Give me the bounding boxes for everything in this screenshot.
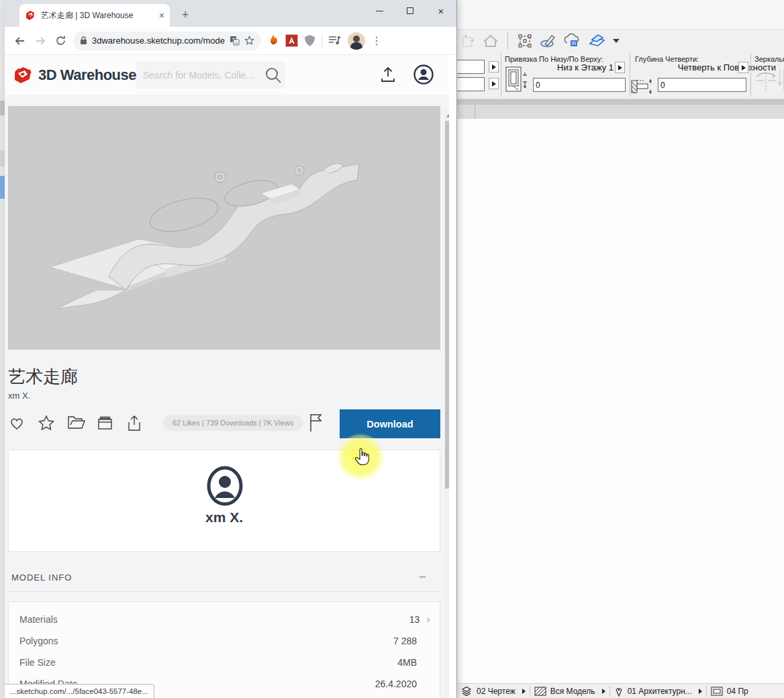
cloud-library-icon[interactable]	[562, 32, 581, 50]
cad-toolbar	[456, 30, 784, 52]
model-action-row: 62 Likes | 739 Downloads | 7K Views Down…	[8, 409, 440, 439]
model-preview-image[interactable]	[8, 106, 440, 350]
reload-icon[interactable]	[50, 31, 70, 51]
upload-icon[interactable]	[379, 66, 397, 83]
info-row-materials[interactable]: Materials 13 ›	[19, 609, 430, 630]
chevron-right-icon[interactable]: ›	[426, 613, 430, 626]
marquee-transform-icon[interactable]	[516, 32, 534, 50]
info-row-polygons: Polygons 7 288	[19, 630, 430, 652]
cad-field-bottom[interactable]	[454, 77, 485, 91]
toolbar-separator	[507, 32, 508, 50]
layers-quick-option[interactable]: 02 Чертеж	[456, 684, 530, 698]
cad-drawing-canvas[interactable]	[456, 119, 784, 683]
favicon-3dwarehouse	[25, 10, 36, 21]
collection-box-icon[interactable]	[97, 415, 113, 431]
warehouse-page: 3D Warehouse	[5, 55, 449, 698]
scroll-up-icon[interactable]	[446, 114, 449, 117]
svg-text:A: A	[235, 41, 238, 45]
favorite-star-icon[interactable]	[38, 415, 55, 432]
author-name[interactable]: xm X.	[9, 509, 440, 526]
panel-separator	[630, 54, 630, 97]
flyout-button[interactable]	[489, 78, 499, 89]
search-box[interactable]	[136, 62, 285, 89]
model-title: 艺术走廊	[8, 365, 78, 389]
flyout-button[interactable]	[489, 61, 499, 72]
account-icon[interactable]	[413, 64, 434, 85]
url-text[interactable]: 3dwarehouse.sketchup.com/model/0...	[92, 36, 225, 46]
minimize-button[interactable]	[364, 0, 395, 21]
tab-strip: 艺术走廊 | 3D Warehouse × + ×	[5, 0, 456, 27]
search-input[interactable]	[143, 70, 264, 81]
cad-tab-band	[456, 105, 784, 119]
tab-title: 艺术走廊 | 3D Warehouse	[41, 10, 154, 21]
cad-title-strip	[456, 0, 784, 30]
translate-icon[interactable]: 文A	[230, 36, 240, 46]
search-icon[interactable]	[264, 66, 282, 84]
author-avatar-icon[interactable]	[206, 466, 244, 506]
add-to-folder-icon[interactable]	[67, 415, 85, 430]
close-button[interactable]: ×	[426, 0, 456, 21]
mirror-axis-icon[interactable]	[777, 68, 784, 91]
warehouse-logo[interactable]: 3D Warehouse	[13, 66, 136, 85]
scroll-thumb[interactable]	[445, 121, 449, 489]
model-view-name: Вся Модель	[550, 687, 595, 696]
reveal-dropdown-button[interactable]	[738, 62, 748, 73]
fill-icon	[534, 687, 546, 696]
browser-window: 艺术走廊 | 3D Warehouse × + × 3dwarehou	[5, 0, 456, 698]
forward-icon[interactable]	[30, 31, 50, 51]
anchor-dropdown-button[interactable]	[615, 62, 625, 73]
dropdown-arrow-icon[interactable]	[612, 38, 620, 44]
divider	[8, 591, 440, 592]
profile-avatar[interactable]	[348, 32, 365, 50]
playlist-icon[interactable]	[328, 35, 342, 46]
anchor-value-input[interactable]	[533, 78, 626, 92]
layers-icon	[460, 686, 473, 697]
pen-set-quick-option[interactable]: 01 Архитектурн...	[610, 684, 706, 698]
pdf-extension-icon[interactable]	[285, 34, 298, 47]
brand-name[interactable]: 3D Warehouse	[38, 66, 136, 84]
mirror-icon[interactable]	[754, 67, 779, 93]
browser-tab[interactable]: 艺术走廊 | 3D Warehouse ×	[19, 4, 170, 27]
home-icon[interactable]	[482, 33, 499, 49]
reveal-value-input[interactable]	[658, 78, 746, 92]
sill-anchor-icon	[505, 66, 529, 95]
model-stats: 62 Likes | 739 Downloads | 7K Views	[163, 415, 303, 431]
cad-field-top[interactable]	[454, 60, 485, 74]
browser-navbar: 3dwarehouse.sketchup.com/model/0... 文A	[5, 27, 456, 55]
pen-icon	[614, 686, 624, 697]
bookmark-star-icon[interactable]	[244, 36, 254, 46]
address-bar[interactable]: 3dwarehouse.sketchup.com/model/0... 文A	[73, 32, 261, 50]
maximize-button[interactable]	[395, 0, 426, 21]
window-icon	[711, 687, 723, 696]
anchor-dropdown-value[interactable]: Низ к Этажу 1	[557, 62, 612, 72]
stretch-icon[interactable]	[460, 33, 477, 49]
panel-separator	[501, 54, 501, 97]
cad-divider-band	[456, 99, 784, 105]
cad-infobox-panel: Привязка По Низу/По Верху: Низ к Этажу 1…	[456, 52, 784, 99]
link-status-tooltip: ...sketchup.com/.../5face043-5577-48e...	[5, 684, 154, 698]
back-icon[interactable]	[10, 31, 30, 51]
tab-close-button[interactable]: ×	[159, 10, 164, 21]
window-quick-option[interactable]: 04 Пр	[707, 684, 752, 698]
model-info-heading: MODEL INFO	[11, 572, 72, 583]
pen-set-name: 01 Архитектурн...	[628, 687, 692, 696]
collapse-icon[interactable]: –	[420, 570, 426, 583]
3d-box-icon[interactable]	[587, 32, 607, 50]
author-card[interactable]: xm X.	[8, 450, 440, 552]
freehand-pencil-icon[interactable]	[539, 32, 557, 50]
layer-name: 02 Чертеж	[477, 687, 516, 696]
page-scrollbar[interactable]	[444, 110, 449, 698]
shield-extension-icon[interactable]	[304, 34, 315, 47]
browser-menu-icon[interactable]: ⋮	[371, 34, 382, 47]
selected-tool-sliver	[0, 176, 5, 199]
download-button[interactable]: Download	[340, 409, 440, 438]
flame-extension-icon[interactable]	[266, 34, 279, 47]
lock-icon[interactable]	[80, 36, 87, 45]
report-flag-icon[interactable]	[309, 413, 324, 433]
like-heart-icon[interactable]	[8, 415, 26, 431]
model-author-link[interactable]: xm X.	[8, 391, 30, 401]
new-tab-button[interactable]: +	[178, 8, 193, 23]
reveal-depth-icon	[631, 75, 658, 98]
share-icon[interactable]	[126, 415, 142, 432]
fill-display-quick-option[interactable]: Вся Модель	[530, 684, 609, 698]
